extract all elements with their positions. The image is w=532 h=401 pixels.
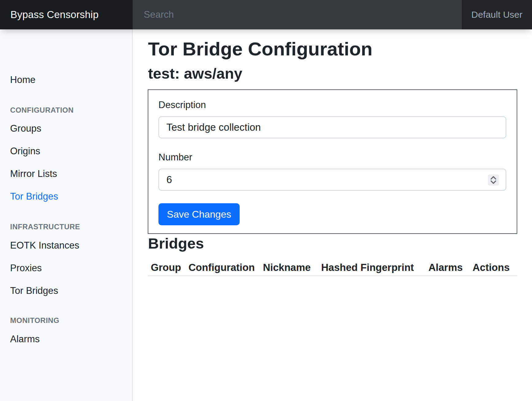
column-header-configuration: Configuration bbox=[188, 262, 255, 272]
navbar-search-area bbox=[133, 0, 462, 29]
top-navbar: Bypass Censorship Default User bbox=[0, 0, 532, 29]
sidebar-item-groups[interactable]: Groups bbox=[10, 124, 41, 133]
sidebar-item-mirror-lists[interactable]: Mirror Lists bbox=[10, 169, 57, 178]
user-menu[interactable]: Default User bbox=[462, 0, 532, 29]
column-header-actions: Actions bbox=[473, 262, 510, 272]
description-label: Description bbox=[158, 100, 206, 110]
user-menu-label: Default User bbox=[471, 9, 522, 20]
number-label: Number bbox=[158, 152, 192, 162]
column-header-hashed-fingerprint: Hashed Fingerprint bbox=[321, 262, 414, 272]
page-subtitle: test: aws/any bbox=[148, 66, 242, 81]
table-header-divider bbox=[148, 275, 517, 276]
page-title: Tor Bridge Configuration bbox=[148, 39, 372, 58]
sidebar-item-tor-bridges-config[interactable]: Tor Bridges bbox=[10, 192, 58, 201]
sidebar-item-eotk-instances[interactable]: EOTK Instances bbox=[10, 241, 79, 250]
sidebar-section-configuration: CONFIGURATION bbox=[10, 107, 74, 114]
sidebar-item-alarms[interactable]: Alarms bbox=[10, 334, 40, 344]
column-header-alarms: Alarms bbox=[428, 262, 463, 272]
sidebar-section-infrastructure: INFRASTRUCTURE bbox=[10, 223, 80, 230]
stepper-arrows-icon bbox=[490, 176, 497, 184]
description-input[interactable]: Test bridge collection bbox=[158, 116, 506, 138]
number-input[interactable]: 6 bbox=[158, 169, 506, 191]
sidebar-section-monitoring: MONITORING bbox=[10, 317, 59, 324]
sidebar-item-proxies[interactable]: Proxies bbox=[10, 263, 42, 273]
number-value: 6 bbox=[166, 174, 172, 186]
sidebar: Home CONFIGURATION Groups Origins Mirror… bbox=[0, 29, 133, 401]
column-header-nickname: Nickname bbox=[263, 262, 311, 272]
sidebar-item-home[interactable]: Home bbox=[10, 75, 36, 84]
column-header-group: Group bbox=[151, 262, 181, 272]
save-changes-button[interactable]: Save Changes bbox=[158, 203, 240, 225]
sidebar-item-origins[interactable]: Origins bbox=[10, 146, 40, 156]
app-brand-label: Bypass Censorship bbox=[10, 9, 99, 21]
app-brand[interactable]: Bypass Censorship bbox=[0, 0, 133, 29]
sidebar-item-tor-bridges-infra[interactable]: Tor Bridges bbox=[10, 286, 58, 295]
bridges-section-title: Bridges bbox=[148, 236, 204, 251]
search-input[interactable] bbox=[143, 9, 420, 21]
number-stepper[interactable] bbox=[488, 174, 499, 186]
